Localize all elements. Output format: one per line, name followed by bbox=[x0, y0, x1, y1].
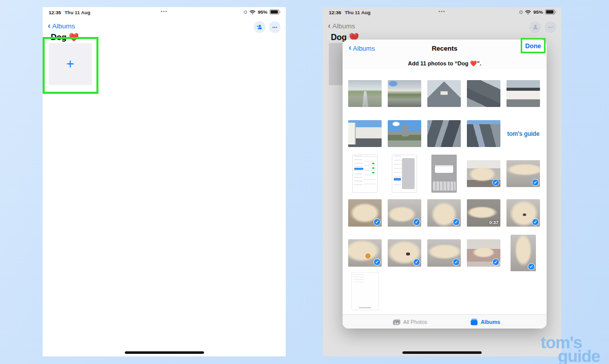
photo-grid-row: tom's guide bbox=[343, 120, 547, 147]
photo-thumbnail[interactable]: ✓ bbox=[427, 239, 461, 267]
chevron-left-icon: ‹ bbox=[48, 22, 51, 29]
photo-thumbnail[interactable]: ✓ bbox=[348, 239, 382, 267]
done-button[interactable]: Done bbox=[525, 43, 541, 50]
photo-thumbnail[interactable] bbox=[388, 80, 421, 107]
highlight-box-done: Done bbox=[521, 38, 546, 53]
photo-thumbnail[interactable]: 0:37 bbox=[467, 199, 500, 227]
photo-thumbnail[interactable]: ✓ bbox=[427, 199, 461, 227]
photo-grid-row: ✓✓✓✓✓ bbox=[343, 235, 547, 271]
more-options-button[interactable]: ••• bbox=[269, 21, 281, 33]
photo-grid: tom's guide✓✓✓✓✓0:37✓✓✓✓✓✓ bbox=[343, 80, 547, 314]
status-bar: 12:35 Thu 11 Aug ••• 95% bbox=[43, 9, 286, 16]
video-duration-label: 0:37 bbox=[489, 220, 498, 225]
picker-header: ‹ Albums Recents Done Add 11 photos to “… bbox=[343, 40, 547, 69]
selected-checkmark-icon: ✓ bbox=[492, 259, 499, 266]
photo-grid-row: ✓✓ bbox=[343, 155, 547, 193]
selected-checkmark-icon: ✓ bbox=[528, 263, 535, 270]
photo-thumbnail[interactable] bbox=[427, 120, 461, 147]
photo-thumbnail[interactable]: ✓ bbox=[506, 199, 540, 227]
selected-checkmark-icon: ✓ bbox=[413, 259, 420, 266]
photo-thumbnail[interactable] bbox=[351, 272, 379, 310]
photo-thumbnail[interactable] bbox=[467, 80, 500, 107]
photo-thumbnail[interactable] bbox=[388, 120, 421, 147]
photo-thumbnail[interactable] bbox=[348, 120, 382, 147]
picker-tab-bar: All Photos Albums bbox=[343, 314, 547, 329]
selected-checkmark-icon: ✓ bbox=[492, 179, 499, 186]
photo-thumbnail[interactable] bbox=[506, 80, 540, 107]
right-ipad-screenshot: 12:36 Thu 11 Aug ••• 95% bbox=[323, 7, 561, 356]
back-button-albums[interactable]: ‹ Albums bbox=[48, 22, 75, 30]
selected-checkmark-icon: ✓ bbox=[453, 219, 460, 226]
photo-thumbnail[interactable]: ✓ bbox=[506, 160, 540, 187]
photo-thumbnail[interactable] bbox=[427, 80, 461, 107]
photo-grid-row bbox=[343, 80, 547, 107]
tab-albums[interactable]: Albums bbox=[470, 315, 500, 329]
battery-icon bbox=[269, 9, 281, 15]
photo-thumbnail[interactable]: ✓ bbox=[467, 160, 500, 187]
status-misc-icon bbox=[244, 10, 247, 14]
photo-grid-row: ✓✓✓0:37✓ bbox=[343, 199, 547, 227]
picker-title: Recents bbox=[343, 45, 547, 52]
left-ipad-screenshot: 12:35 Thu 11 Aug ••• 95% bbox=[43, 7, 286, 356]
photo-thumbnail[interactable] bbox=[431, 155, 457, 193]
watermark-line2: guide bbox=[558, 349, 600, 363]
photo-grid-row bbox=[343, 272, 547, 310]
add-people-button[interactable] bbox=[254, 21, 265, 33]
back-button-label: Albums bbox=[52, 22, 75, 30]
album-title: Dog ❤️ bbox=[51, 32, 79, 42]
photo-thumbnail[interactable]: ✓ bbox=[388, 199, 421, 227]
photo-thumbnail[interactable] bbox=[467, 120, 500, 147]
status-date: Thu 11 Aug bbox=[64, 10, 90, 15]
photo-picker-sheet: ‹ Albums Recents Done Add 11 photos to “… bbox=[343, 40, 547, 329]
grid-logo-text: tom's guide bbox=[507, 130, 539, 137]
photo-thumbnail[interactable] bbox=[352, 155, 378, 193]
grid-logo: tom's guide bbox=[506, 120, 540, 147]
person-add-icon bbox=[256, 24, 263, 30]
tab-all-photos[interactable]: All Photos bbox=[393, 315, 427, 329]
tab-label: Albums bbox=[481, 319, 500, 325]
tutorial-image: 12:35 Thu 11 Aug ••• 95% bbox=[0, 0, 609, 364]
selected-checkmark-icon: ✓ bbox=[374, 259, 381, 266]
photo-thumbnail[interactable] bbox=[392, 155, 417, 193]
photo-thumbnail[interactable]: ✓ bbox=[388, 239, 421, 267]
photo-thumbnail[interactable] bbox=[348, 80, 382, 107]
picker-subtitle: Add 11 photos to “Dog ❤️”. bbox=[343, 60, 547, 67]
all-photos-icon bbox=[393, 319, 401, 325]
selected-checkmark-icon: ✓ bbox=[532, 179, 539, 186]
home-indicator[interactable] bbox=[402, 351, 482, 354]
battery-percent: 95% bbox=[258, 9, 267, 15]
photo-thumbnail[interactable]: ✓ bbox=[511, 235, 536, 271]
albums-icon bbox=[470, 318, 478, 325]
plus-icon: + bbox=[66, 57, 75, 71]
wifi-icon bbox=[249, 10, 256, 15]
multitasking-dots-icon: ••• bbox=[161, 9, 168, 14]
selected-checkmark-icon: ✓ bbox=[453, 259, 460, 266]
toms-guide-watermark: tom's guide bbox=[540, 336, 600, 363]
selected-checkmark-icon: ✓ bbox=[532, 219, 539, 226]
ellipsis-icon: ••• bbox=[273, 25, 278, 29]
photo-thumbnail[interactable]: ✓ bbox=[467, 239, 500, 267]
navigation-bar: ‹ Albums ••• bbox=[43, 21, 286, 33]
selected-checkmark-icon: ✓ bbox=[374, 219, 381, 226]
photo-thumbnail[interactable]: ✓ bbox=[348, 199, 382, 227]
home-indicator[interactable] bbox=[125, 351, 204, 354]
status-time: 12:35 bbox=[49, 10, 61, 15]
add-photos-tile[interactable]: + bbox=[49, 43, 92, 85]
selected-checkmark-icon: ✓ bbox=[413, 219, 420, 226]
tab-label: All Photos bbox=[403, 319, 427, 325]
